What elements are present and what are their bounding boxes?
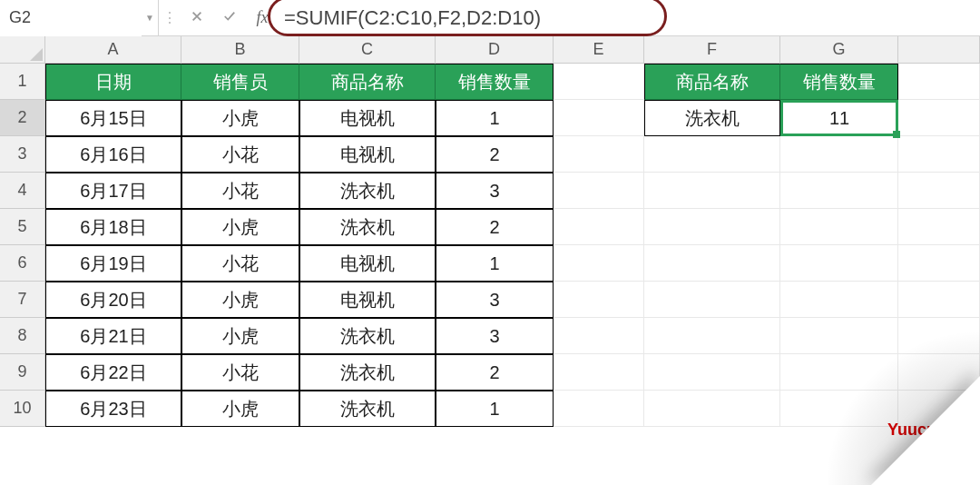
cell-C5[interactable]: 洗衣机 <box>299 209 436 245</box>
cell-E2[interactable] <box>554 100 644 136</box>
cell-G6[interactable] <box>780 245 898 282</box>
row-header-9[interactable]: 9 <box>0 354 45 391</box>
row-header-1[interactable]: 1 <box>0 64 45 100</box>
fx-button[interactable]: fx <box>246 0 279 35</box>
cell-H8[interactable] <box>898 318 980 354</box>
cell-C6[interactable]: 电视机 <box>299 245 436 282</box>
cell-D7[interactable]: 3 <box>436 282 554 318</box>
cell-A5[interactable]: 6月18日 <box>45 209 181 245</box>
cell-F9[interactable] <box>644 354 780 391</box>
cell-H3[interactable] <box>898 136 980 173</box>
cell-G5[interactable] <box>780 209 898 245</box>
cell-F7[interactable] <box>644 282 780 318</box>
cell-A10[interactable]: 6月23日 <box>45 391 181 427</box>
cell-E6[interactable] <box>554 245 644 282</box>
cell-A4[interactable]: 6月17日 <box>45 173 181 209</box>
cell-H9[interactable] <box>898 354 980 391</box>
cell-A6[interactable]: 6月19日 <box>45 245 181 282</box>
cell-C9[interactable]: 洗衣机 <box>299 354 436 391</box>
row-header-5[interactable]: 5 <box>0 209 45 245</box>
cell-B3[interactable]: 小花 <box>181 136 299 173</box>
cell-G4[interactable] <box>780 173 898 209</box>
cell-C10[interactable]: 洗衣机 <box>299 391 436 427</box>
cell-B4[interactable]: 小花 <box>181 173 299 209</box>
cell-D2[interactable]: 1 <box>436 100 554 136</box>
cell-H5[interactable] <box>898 209 980 245</box>
cell-A9[interactable]: 6月22日 <box>45 354 181 391</box>
cell-A2[interactable]: 6月15日 <box>45 100 181 136</box>
cell-F3[interactable] <box>644 136 780 173</box>
cell-B9[interactable]: 小花 <box>181 354 299 391</box>
cell-C3[interactable]: 电视机 <box>299 136 436 173</box>
cell-H6[interactable] <box>898 245 980 282</box>
cell-G8[interactable] <box>780 318 898 354</box>
cell-E5[interactable] <box>554 209 644 245</box>
cell-G7[interactable] <box>780 282 898 318</box>
cell-C8[interactable]: 洗衣机 <box>299 318 436 354</box>
row-header-7[interactable]: 7 <box>0 282 45 318</box>
name-box[interactable]: G2 <box>0 0 142 36</box>
row-header-3[interactable]: 3 <box>0 136 45 173</box>
cell-E10[interactable] <box>554 391 644 427</box>
cell-D4[interactable]: 3 <box>436 173 554 209</box>
cell-F6[interactable] <box>644 245 780 282</box>
cell-F4[interactable] <box>644 173 780 209</box>
cell-H7[interactable] <box>898 282 980 318</box>
cell-G3[interactable] <box>780 136 898 173</box>
cancel-button[interactable] <box>181 0 213 35</box>
cell-A3[interactable]: 6月16日 <box>45 136 181 173</box>
col-header-C[interactable]: C <box>299 36 436 64</box>
col-header-F[interactable]: F <box>644 36 780 64</box>
cell-B8[interactable]: 小虎 <box>181 318 299 354</box>
col-header-E[interactable]: E <box>554 36 644 64</box>
cell-B10[interactable]: 小虎 <box>181 391 299 427</box>
row-header-6[interactable]: 6 <box>0 245 45 282</box>
cell-G1[interactable]: 销售数量 <box>780 64 898 100</box>
cell-D6[interactable]: 1 <box>436 245 554 282</box>
cell-D1[interactable]: 销售数量 <box>436 64 554 100</box>
enter-button[interactable] <box>213 0 246 35</box>
cell-F1[interactable]: 商品名称 <box>644 64 780 100</box>
cell-A1[interactable]: 日期 <box>45 64 181 100</box>
cell-H2[interactable] <box>898 100 980 136</box>
col-header-B[interactable]: B <box>181 36 299 64</box>
formula-input[interactable]: =SUMIF(C2:C10,F2,D2:D10) <box>279 3 546 34</box>
col-header-A[interactable]: A <box>45 36 181 64</box>
name-box-dropdown[interactable]: ▼ <box>142 0 158 36</box>
cell-D10[interactable]: 1 <box>436 391 554 427</box>
select-all-corner[interactable] <box>0 36 45 64</box>
cell-D8[interactable]: 3 <box>436 318 554 354</box>
cell-B5[interactable]: 小虎 <box>181 209 299 245</box>
col-header-blank[interactable] <box>898 36 980 64</box>
cell-D9[interactable]: 2 <box>436 354 554 391</box>
cell-C1[interactable]: 商品名称 <box>299 64 436 100</box>
cell-E8[interactable] <box>554 318 644 354</box>
cell-E4[interactable] <box>554 173 644 209</box>
row-header-10[interactable]: 10 <box>0 391 45 427</box>
cell-E1[interactable] <box>554 64 644 100</box>
cell-G9[interactable] <box>780 354 898 391</box>
row-header-8[interactable]: 8 <box>0 318 45 354</box>
cell-F2[interactable]: 洗衣机 <box>644 100 780 136</box>
cell-B7[interactable]: 小虎 <box>181 282 299 318</box>
row-header-2[interactable]: 2 <box>0 100 45 136</box>
cell-E7[interactable] <box>554 282 644 318</box>
cell-G2[interactable]: 11 <box>780 100 898 136</box>
cell-A7[interactable]: 6月20日 <box>45 282 181 318</box>
row-header-4[interactable]: 4 <box>0 173 45 209</box>
cell-B2[interactable]: 小虎 <box>181 100 299 136</box>
cell-A8[interactable]: 6月21日 <box>45 318 181 354</box>
col-header-G[interactable]: G <box>780 36 898 64</box>
cell-C7[interactable]: 电视机 <box>299 282 436 318</box>
cell-D5[interactable]: 2 <box>436 209 554 245</box>
cell-F8[interactable] <box>644 318 780 354</box>
cell-E3[interactable] <box>554 136 644 173</box>
cell-C4[interactable]: 洗衣机 <box>299 173 436 209</box>
cell-F10[interactable] <box>644 391 780 427</box>
cell-H4[interactable] <box>898 173 980 209</box>
cell-D3[interactable]: 2 <box>436 136 554 173</box>
cell-B1[interactable]: 销售员 <box>181 64 299 100</box>
cell-B6[interactable]: 小花 <box>181 245 299 282</box>
cell-E9[interactable] <box>554 354 644 391</box>
cell-H1[interactable] <box>898 64 980 100</box>
